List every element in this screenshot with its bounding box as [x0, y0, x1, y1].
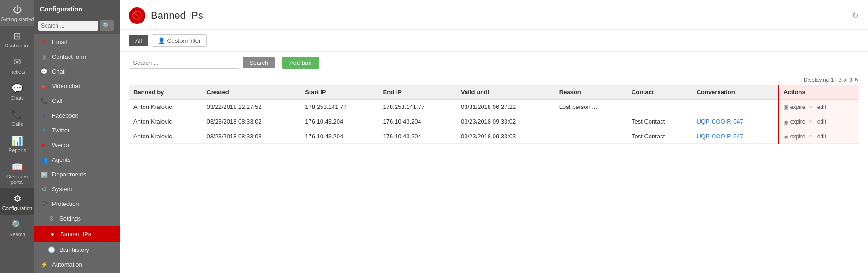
sidebar-item-system[interactable]: ⚙ System: [34, 182, 120, 196]
person-icon: 👤: [158, 37, 165, 44]
table-row: Anton Kralovic 03/23/2018 08:33:03 176.1…: [129, 129, 859, 144]
agents-icon: 👥: [40, 155, 48, 164]
sidebar-item-twitter[interactable]: t Twitter: [34, 123, 120, 137]
power-icon: ⏻: [13, 5, 22, 15]
sidebar-item-departments-label: Departments: [52, 171, 86, 178]
col-start-ip: Start IP: [300, 85, 378, 100]
nav-tickets-label: Tickets: [9, 69, 25, 74]
departments-icon: 🏢: [40, 170, 48, 178]
sidebar-item-chat-label: Chat: [52, 68, 64, 75]
sidebar-item-call[interactable]: 📞 Call: [34, 93, 120, 108]
cell-end-ip-2: 176.10.43.204: [379, 129, 456, 144]
weibo-icon: w: [40, 141, 48, 149]
sidebar-item-chat[interactable]: 💬 Chat: [34, 64, 120, 79]
sidebar-item-banned-ips[interactable]: ● Banned IPs: [34, 226, 120, 242]
col-reason: Reason: [555, 85, 627, 100]
sidebar-item-email[interactable]: ✉ Email: [34, 34, 120, 49]
cell-actions-2: ▣ expire ✏ edit: [778, 129, 859, 144]
call-icon: 📞: [40, 97, 48, 105]
cell-conversation-2: UQP-COOIR-547: [692, 129, 778, 144]
cell-valid-until-0: 03/31/2018 06:27:22: [456, 100, 555, 114]
sidebar-item-video-chat[interactable]: ▶ Video chat: [34, 79, 120, 93]
nav-reports[interactable]: 📊 Reports: [0, 131, 34, 157]
sidebar-item-contact-form-label: Contact form: [52, 53, 86, 60]
facebook-icon: f: [40, 111, 48, 119]
page-header: 🚫 Banned IPs ↻: [120, 0, 868, 30]
cell-valid-until-2: 03/23/2018 09:33:03: [456, 129, 555, 144]
page-title: Banned IPs: [151, 10, 203, 22]
sidebar-item-facebook[interactable]: f Facebook: [34, 108, 120, 123]
sidebar-item-protection[interactable]: 🛡 Protection: [34, 196, 120, 211]
search-input[interactable]: [129, 57, 239, 69]
refresh-table-icon[interactable]: ↻: [854, 77, 859, 83]
banned-ips-icon: ●: [48, 230, 57, 238]
displaying-text: Displaying 1 - 3 of 3: [804, 77, 852, 83]
custom-filter-button[interactable]: 👤 Custom filter: [152, 34, 207, 47]
nav-configuration[interactable]: ⚙ Configuration: [0, 188, 34, 215]
cell-valid-until-1: 03/23/2018 09:33:02: [456, 114, 555, 129]
cell-banned-by-2: Anton Kralovic: [129, 129, 202, 144]
sidebar-item-banned-ips-label: Banned IPs: [60, 231, 91, 238]
add-ban-button[interactable]: Add ban: [282, 57, 319, 69]
sidebar-item-settings[interactable]: ⚙ Settings: [34, 211, 120, 226]
conversation-link-1[interactable]: UQP-COOIR-547: [697, 118, 743, 125]
sidebar-item-facebook-label: Facebook: [52, 112, 78, 119]
nav-chats[interactable]: 💬 Chats: [0, 78, 34, 104]
sidebar-item-ban-history[interactable]: 🕐 Ban history: [34, 242, 120, 257]
col-conversation: Conversation: [692, 85, 778, 100]
configuration-icon: ⚙: [13, 193, 22, 204]
custom-filter-label: Custom filter: [167, 37, 201, 44]
cell-end-ip-1: 176.10.43.204: [379, 114, 456, 129]
nav-search-label: Search: [9, 232, 25, 237]
edit-button-1[interactable]: edit: [817, 119, 826, 125]
displaying-info: Displaying 1 - 3 of 3 ↻: [129, 74, 859, 85]
edit-button-0[interactable]: edit: [817, 104, 826, 110]
conversation-link-2[interactable]: UQP-COOIR-547: [697, 133, 743, 140]
action-icon-expire-0: ▣: [783, 104, 788, 110]
cell-start-ip-2: 176.10.43.204: [300, 129, 378, 144]
sidebar-item-contact-form[interactable]: ▣ Contact form: [34, 49, 120, 64]
main-content: 🚫 Banned IPs ↻ All 👤 Custom filter Searc…: [120, 0, 868, 273]
sidebar-item-automation[interactable]: ⚡ Automation: [34, 257, 120, 272]
col-banned-by: Banned by: [129, 85, 202, 100]
tickets-icon: ✉: [13, 57, 21, 68]
sidebar-item-protection-label: Protection: [52, 200, 79, 207]
nav-dashboard[interactable]: ⊞ Dashboard: [0, 26, 34, 52]
search-button[interactable]: Search: [243, 57, 275, 68]
nav-search[interactable]: 🔍 Search: [0, 215, 34, 241]
cell-start-ip-0: 178.253.141.77: [300, 100, 378, 114]
sidebar-search-input[interactable]: [38, 21, 98, 31]
expire-button-0[interactable]: expire: [790, 104, 805, 110]
table-row: Anton Kralovic 03/22/2018 22:27:52 178.2…: [129, 100, 859, 114]
cell-contact-2: Test Contact: [627, 129, 692, 144]
sidebar-search-button[interactable]: 🔍: [100, 20, 114, 31]
nav-calls[interactable]: 📞 Calls: [0, 104, 34, 131]
cell-created-0: 03/22/2018 22:27:52: [202, 100, 300, 114]
search-icon: 🔍: [11, 219, 23, 230]
banned-ips-page-icon: 🚫: [132, 11, 142, 21]
sidebar-item-departments[interactable]: 🏢 Departments: [34, 167, 120, 182]
all-filter-button[interactable]: All: [129, 35, 148, 46]
col-actions: Actions: [778, 85, 859, 100]
table-container: Displaying 1 - 3 of 3 ↻ Banned by Create…: [120, 74, 868, 273]
video-chat-icon: ▶: [40, 82, 48, 90]
table-row: Anton Kralovic 03/23/2018 08:33:02 176.1…: [129, 114, 859, 129]
nav-getting-started[interactable]: ⏻ Getting started: [0, 0, 34, 26]
cell-conversation-1: UQP-COOIR-547: [692, 114, 778, 129]
edit-button-2[interactable]: edit: [817, 133, 826, 140]
nav-customer-portal[interactable]: 📖 Customer portal: [0, 157, 34, 188]
sidebar-item-video-chat-label: Video chat: [52, 83, 80, 90]
expire-button-2[interactable]: expire: [790, 133, 805, 140]
nav-dashboard-label: Dashboard: [5, 43, 30, 48]
cell-reason-1: [555, 114, 627, 129]
nav-tickets[interactable]: ✉ Tickets: [0, 52, 34, 78]
refresh-icon[interactable]: ↻: [852, 11, 859, 21]
col-end-ip: End IP: [379, 85, 456, 100]
sidebar-item-weibo[interactable]: w Weibo: [34, 137, 120, 152]
action-icon-expire-1: ▣: [783, 119, 788, 125]
sidebar-item-agents[interactable]: 👥 Agents: [34, 152, 120, 167]
cell-reason-0: Lost person ...: [555, 100, 627, 114]
action-icon-expire-2: ▣: [783, 133, 788, 140]
icon-navigation: ⏻ Getting started ⊞ Dashboard ✉ Tickets …: [0, 0, 34, 273]
expire-button-1[interactable]: expire: [790, 119, 805, 125]
